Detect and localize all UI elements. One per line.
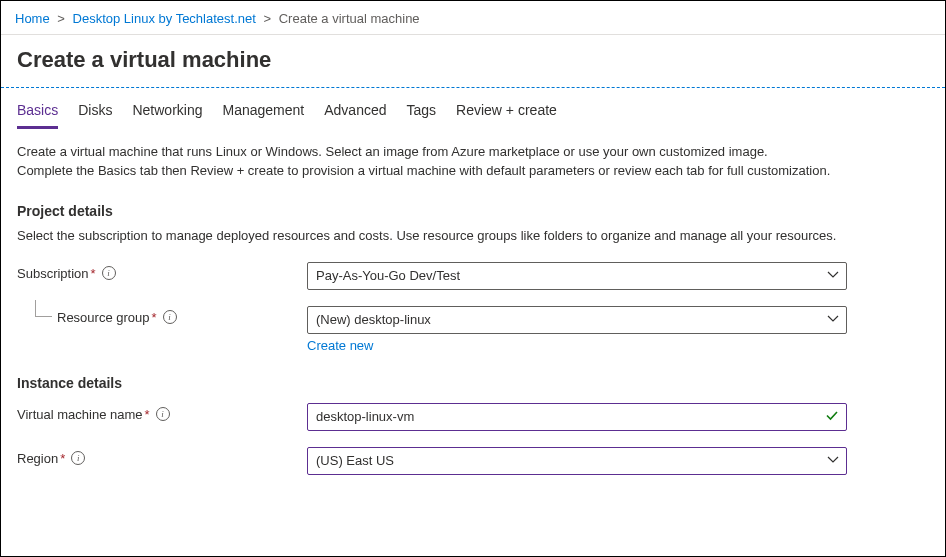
tab-advanced[interactable]: Advanced [324, 102, 386, 129]
tab-disks[interactable]: Disks [78, 102, 112, 129]
page-title: Create a virtual machine [1, 35, 945, 87]
chevron-right-icon: > [263, 11, 271, 26]
tab-networking[interactable]: Networking [132, 102, 202, 129]
region-select[interactable] [307, 447, 847, 475]
chevron-right-icon: > [57, 11, 65, 26]
breadcrumb: Home > Desktop Linux by Techlatest.net >… [1, 1, 945, 35]
required-asterisk: * [145, 407, 150, 422]
info-icon[interactable]: i [71, 451, 85, 465]
region-label: Region [17, 451, 58, 466]
tab-review[interactable]: Review + create [456, 102, 557, 129]
intro-p1: Create a virtual machine that runs Linux… [17, 143, 845, 162]
info-icon[interactable]: i [163, 310, 177, 324]
breadcrumb-current: Create a virtual machine [279, 11, 420, 26]
tab-management[interactable]: Management [223, 102, 305, 129]
tab-tags[interactable]: Tags [407, 102, 437, 129]
instance-details-header: Instance details [1, 361, 945, 395]
tab-bar: Basics Disks Networking Management Advan… [1, 88, 945, 129]
create-new-link[interactable]: Create new [307, 338, 373, 353]
subscription-select[interactable] [307, 262, 847, 290]
info-icon[interactable]: i [156, 407, 170, 421]
required-asterisk: * [91, 266, 96, 281]
breadcrumb-parent[interactable]: Desktop Linux by Techlatest.net [73, 11, 256, 26]
breadcrumb-home[interactable]: Home [15, 11, 50, 26]
info-icon[interactable]: i [102, 266, 116, 280]
row-subscription: Subscription * i [1, 254, 945, 298]
tab-basics[interactable]: Basics [17, 102, 58, 129]
subscription-label: Subscription [17, 266, 89, 281]
row-region: Region * i [1, 439, 945, 483]
row-resource-group: Resource group * i Create new [1, 298, 945, 361]
project-details-desc: Select the subscription to manage deploy… [1, 223, 861, 254]
vm-name-input[interactable] [307, 403, 847, 431]
required-asterisk: * [152, 310, 157, 325]
resource-group-select[interactable] [307, 306, 847, 334]
project-details-header: Project details [1, 189, 945, 223]
required-asterisk: * [60, 451, 65, 466]
vm-name-label: Virtual machine name [17, 407, 143, 422]
intro-text: Create a virtual machine that runs Linux… [1, 129, 861, 189]
row-vm-name: Virtual machine name * i [1, 395, 945, 439]
intro-p2: Complete the Basics tab then Review + cr… [17, 162, 845, 181]
resource-group-label: Resource group [57, 310, 150, 325]
